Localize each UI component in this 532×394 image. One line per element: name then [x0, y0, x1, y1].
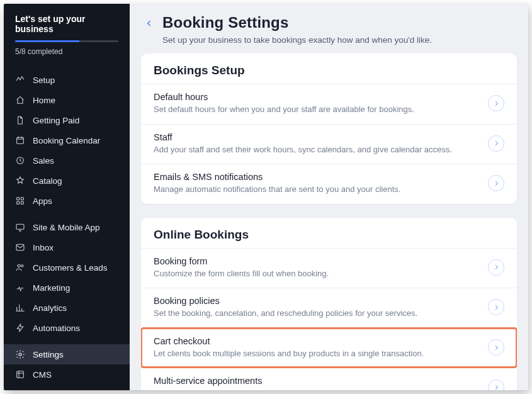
sidebar-item-label: Customers & Leads — [33, 263, 108, 273]
settings-icon — [15, 349, 25, 359]
sidebar-item-label: Home — [33, 96, 55, 105]
setup-assistant-title: Let's set up your business — [15, 14, 118, 34]
row-description: Allow clients to book multiple services … — [154, 388, 477, 390]
svg-rect-0 — [17, 137, 24, 144]
sidebar-item-apps[interactable]: Apps — [4, 191, 130, 211]
svg-rect-5 — [21, 201, 23, 204]
sidebar-item-getting-paid[interactable]: Getting Paid — [4, 110, 130, 130]
sidebar-item-label: Getting Paid — [33, 116, 79, 125]
row-title: Booking policies — [154, 296, 477, 306]
sidebar-item-label: Marketing — [33, 283, 70, 293]
row-title: Staff — [154, 132, 477, 142]
sidebar-item-settings[interactable]: Settings — [4, 344, 130, 364]
chevron-right-icon — [493, 140, 500, 147]
sidebar-item-inbox[interactable]: Inbox — [4, 237, 130, 257]
sidebar-item-label: Apps — [33, 196, 52, 206]
chevron-right-icon — [493, 180, 500, 187]
setup-progress-text: 5/8 completed — [15, 47, 118, 56]
sidebar-item-site-mobile-app[interactable]: Site & Mobile App — [4, 217, 130, 237]
row-title: Multi-service appointments — [154, 376, 477, 386]
row-open-button[interactable] — [488, 95, 504, 111]
row-title: Emails & SMS notifications — [154, 172, 477, 182]
sidebar-item-label: Settings — [33, 350, 64, 359]
sales-icon — [15, 155, 25, 166]
svg-rect-6 — [16, 224, 24, 229]
main-content: Booking Settings Set up your business to… — [130, 4, 528, 390]
row-description: Set the booking, cancelation, and resche… — [154, 308, 477, 319]
sidebar-item-customers-leads[interactable]: Customers & Leads — [4, 257, 130, 278]
row-description: Customize the form clients fill out when… — [154, 268, 477, 279]
sidebar-item-cms[interactable]: CMS — [4, 364, 130, 385]
page-subtitle: Set up your business to take bookings ex… — [162, 35, 432, 45]
apps-icon — [15, 196, 25, 206]
chevron-right-icon — [493, 304, 500, 311]
chevron-right-icon — [493, 100, 500, 107]
row-title: Booking form — [154, 256, 477, 266]
sidebar-nav: SetupHomeGetting PaidBooking CalendarSal… — [4, 64, 130, 387]
sidebar-item-label: Booking Calendar — [33, 136, 100, 145]
sidebar-item-label: CMS — [33, 370, 52, 380]
getting-paid-icon — [15, 115, 25, 125]
settings-section: Bookings SetupDefault hoursSet default h… — [141, 53, 517, 204]
sidebar-item-sales[interactable]: Sales — [4, 150, 130, 171]
cms-icon — [15, 369, 25, 380]
sidebar-item-analytics[interactable]: Analytics — [4, 298, 130, 318]
settings-row-booking-form[interactable]: Booking formCustomize the form clients f… — [141, 248, 517, 288]
sidebar-item-catalog[interactable]: Catalog — [4, 171, 130, 191]
row-description: Add your staff and set their work hours,… — [154, 144, 477, 155]
setup-icon — [15, 75, 25, 85]
svg-rect-4 — [17, 201, 20, 204]
sidebar-item-label: Inbox — [33, 243, 54, 252]
settings-row-multi-service-appointments[interactable]: Multi-service appointmentsAllow clients … — [141, 368, 517, 390]
chevron-left-icon — [145, 19, 154, 28]
row-open-button[interactable] — [488, 380, 504, 390]
row-open-button[interactable] — [488, 339, 504, 356]
section-heading: Online Bookings — [141, 218, 517, 248]
settings-row-cart-checkout[interactable]: Cart checkoutLet clients book multiple s… — [141, 328, 517, 368]
svg-point-9 — [21, 265, 23, 267]
home-icon — [15, 95, 25, 105]
sidebar: Let's set up your business 5/8 completed… — [4, 4, 130, 390]
row-open-button[interactable] — [488, 259, 504, 276]
row-description: Set default hours for when you and your … — [154, 104, 477, 115]
svg-point-8 — [18, 264, 20, 267]
svg-rect-11 — [17, 371, 24, 378]
row-description: Let clients book multiple sessions and b… — [154, 348, 477, 359]
svg-point-10 — [19, 353, 21, 356]
row-open-button[interactable] — [488, 299, 504, 315]
chevron-right-icon — [493, 344, 500, 351]
row-title: Default hours — [154, 92, 477, 102]
back-button[interactable] — [142, 16, 156, 30]
analytics-icon — [15, 303, 25, 313]
page-title: Booking Settings — [162, 14, 432, 31]
row-title: Cart checkout — [154, 336, 477, 346]
sidebar-item-label: Analytics — [33, 303, 67, 313]
sidebar-item-automations[interactable]: Automations — [4, 318, 130, 338]
settings-row-default-hours[interactable]: Default hoursSet default hours for when … — [141, 84, 517, 124]
settings-row-staff[interactable]: StaffAdd your staff and set their work h… — [141, 124, 517, 164]
sidebar-item-setup[interactable]: Setup — [4, 70, 130, 90]
row-description: Manage automatic notifications that are … — [154, 184, 477, 195]
sidebar-item-home[interactable]: Home — [4, 90, 130, 110]
inbox-icon — [15, 242, 25, 252]
marketing-icon — [15, 283, 25, 293]
booking-calendar-icon — [15, 135, 25, 145]
svg-rect-2 — [17, 198, 20, 200]
chevron-right-icon — [493, 264, 500, 271]
svg-rect-7 — [16, 244, 24, 250]
settings-section: Online BookingsBooking formCustomize the… — [141, 218, 517, 390]
row-open-button[interactable] — [488, 135, 504, 152]
settings-row-booking-policies[interactable]: Booking policiesSet the booking, cancela… — [141, 288, 517, 328]
row-open-button[interactable] — [488, 175, 504, 191]
automations-icon — [15, 323, 25, 333]
sidebar-item-label: Sales — [33, 156, 54, 166]
sidebar-item-booking-calendar[interactable]: Booking Calendar — [4, 130, 130, 150]
sidebar-item-marketing[interactable]: Marketing — [4, 278, 130, 298]
sidebar-item-label: Site & Mobile App — [33, 223, 100, 232]
chevron-right-icon — [493, 384, 500, 390]
section-heading: Bookings Setup — [141, 53, 517, 84]
svg-rect-3 — [21, 198, 23, 200]
settings-row-emails-sms-notifications[interactable]: Emails & SMS notificationsManage automat… — [141, 164, 517, 204]
sidebar-item-label: Catalog — [33, 176, 62, 186]
catalog-icon — [15, 176, 25, 186]
